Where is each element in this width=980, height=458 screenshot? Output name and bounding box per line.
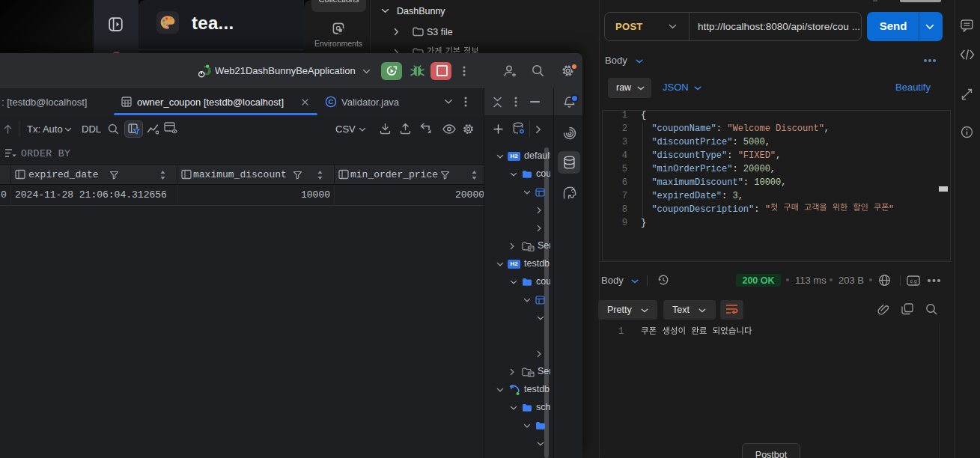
- svg-text:e.g: e.g: [910, 278, 916, 284]
- svg-text:C: C: [329, 97, 334, 106]
